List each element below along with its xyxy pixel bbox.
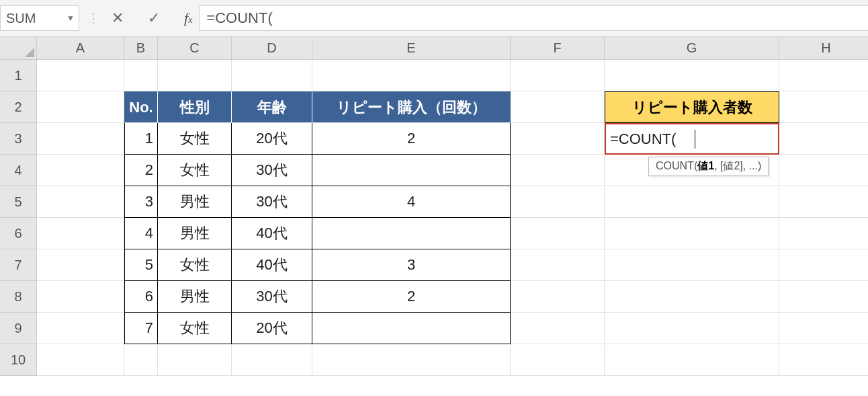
name-box[interactable]: SUM ▼ [0,5,79,31]
cell[interactable] [158,344,232,376]
row-header-8[interactable]: 8 [0,281,37,313]
table-cell[interactable]: 男性 [158,186,232,218]
cell[interactable] [312,60,511,91]
result-header[interactable]: リピート購入者数 [605,91,779,123]
cell[interactable] [779,249,868,281]
cell[interactable] [124,344,158,376]
table-cell[interactable]: 40代 [232,218,312,249]
col-header-F[interactable]: F [511,37,605,60]
row-header-1[interactable]: 1 [0,60,37,91]
cell[interactable] [605,313,779,344]
table-cell[interactable]: 男性 [158,218,232,249]
cell[interactable] [124,60,158,91]
table-cell[interactable]: 20代 [232,123,312,155]
col-header-G[interactable]: G [605,37,779,60]
cell[interactable] [511,123,605,155]
cell[interactable] [779,344,868,376]
table-cell[interactable]: 女性 [158,313,232,344]
table-cell[interactable]: 女性 [158,155,232,186]
table-cell[interactable]: 4 [312,186,511,218]
cell[interactable] [779,155,868,186]
cancel-icon[interactable]: ✕ [112,9,124,27]
table-cell[interactable]: 女性 [158,123,232,155]
cell[interactable] [511,91,605,123]
cell[interactable] [37,186,124,218]
enter-icon[interactable]: ✓ [148,9,160,27]
cell[interactable] [605,60,779,91]
cell[interactable] [37,249,124,281]
formula-input[interactable]: =COUNT( [199,5,868,31]
cell[interactable] [37,313,124,344]
row-header-9[interactable]: 9 [0,313,37,344]
cell[interactable] [158,60,232,91]
col-header-A[interactable]: A [37,37,124,60]
select-all-corner[interactable] [0,37,37,60]
table-header-no[interactable]: No. [124,91,158,123]
fx-icon[interactable]: fx [184,9,192,27]
cell[interactable] [511,281,605,313]
table-cell[interactable]: 2 [124,155,158,186]
col-header-H[interactable]: H [779,37,868,60]
table-cell[interactable] [312,218,511,249]
cell[interactable] [605,344,779,376]
cell[interactable] [37,218,124,249]
cell[interactable] [37,91,124,123]
cell[interactable] [779,60,868,91]
chevron-down-icon[interactable]: ▼ [67,13,75,23]
table-cell[interactable] [312,313,511,344]
table-cell[interactable]: 4 [124,218,158,249]
row-header-6[interactable]: 6 [0,218,37,249]
table-header-age[interactable]: 年齢 [232,91,312,123]
col-header-D[interactable]: D [232,37,312,60]
table-header-gender[interactable]: 性別 [158,91,232,123]
cell[interactable] [511,186,605,218]
cell[interactable] [779,91,868,123]
cell[interactable] [779,186,868,218]
cell[interactable] [605,281,779,313]
cell[interactable] [312,344,511,376]
cell[interactable] [511,60,605,91]
col-header-E[interactable]: E [312,37,511,60]
col-header-B[interactable]: B [124,37,158,60]
cell[interactable] [605,186,779,218]
cell[interactable] [37,60,124,91]
cell[interactable] [511,249,605,281]
cell[interactable] [779,218,868,249]
row-header-2[interactable]: 2 [0,91,37,123]
table-cell[interactable]: 40代 [232,249,312,281]
cell[interactable] [511,218,605,249]
table-cell[interactable]: 3 [312,249,511,281]
table-cell[interactable]: 7 [124,313,158,344]
table-header-repeat[interactable]: リピート購入（回数） [312,91,511,123]
table-cell[interactable]: 男性 [158,281,232,313]
table-cell[interactable] [312,155,511,186]
cell[interactable] [779,123,868,155]
table-cell[interactable]: 30代 [232,186,312,218]
cell[interactable] [511,155,605,186]
cell[interactable] [779,281,868,313]
cell[interactable] [605,249,779,281]
cell[interactable] [232,344,312,376]
cell[interactable] [511,344,605,376]
cell[interactable] [37,281,124,313]
cell[interactable] [779,313,868,344]
row-header-10[interactable]: 10 [0,344,37,376]
table-cell[interactable]: 1 [124,123,158,155]
table-cell[interactable]: 20代 [232,313,312,344]
col-header-C[interactable]: C [158,37,232,60]
cell[interactable] [37,155,124,186]
table-cell[interactable]: 3 [124,186,158,218]
table-cell[interactable]: 女性 [158,249,232,281]
editing-cell[interactable]: =COUNT( [605,123,779,155]
table-cell[interactable]: 30代 [232,281,312,313]
table-cell[interactable]: 2 [312,281,511,313]
row-header-4[interactable]: 4 [0,155,37,186]
row-header-7[interactable]: 7 [0,249,37,281]
cell[interactable] [605,218,779,249]
table-cell[interactable]: 5 [124,249,158,281]
table-cell[interactable]: 2 [312,123,511,155]
table-cell[interactable]: 30代 [232,155,312,186]
row-header-5[interactable]: 5 [0,186,37,218]
cell[interactable] [232,60,312,91]
table-cell[interactable]: 6 [124,281,158,313]
